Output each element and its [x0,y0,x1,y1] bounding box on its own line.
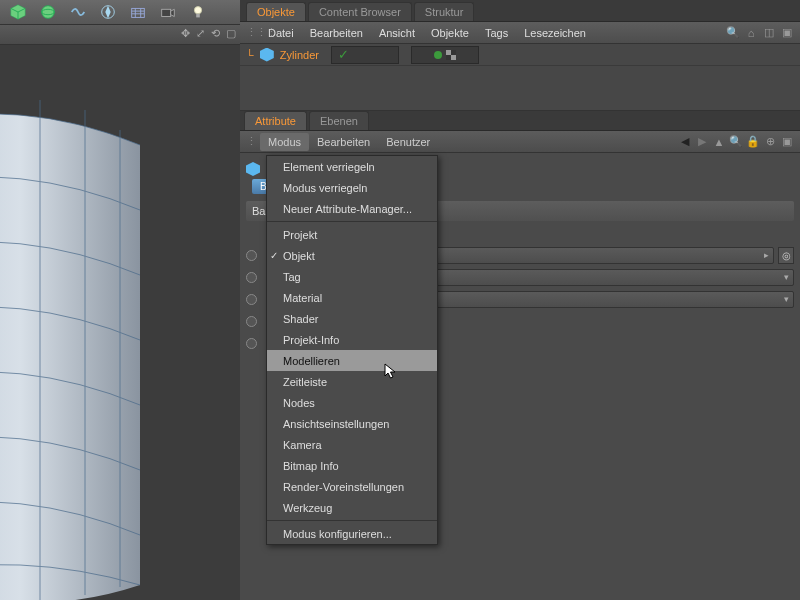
menu-modus[interactable]: Modus [260,133,309,151]
dropdown-field[interactable]: ▸ [435,247,774,264]
tab-ebenen[interactable]: Ebenen [309,111,369,130]
cylinder-mesh [0,85,160,600]
menu-bearbeiten-attr[interactable]: Bearbeiten [309,133,378,151]
view-icon[interactable]: ◫ [762,26,776,39]
dd-neuer-attribute-manager[interactable]: Neuer Attribute-Manager... [267,198,437,219]
dd-projekt[interactable]: Projekt [267,224,437,245]
objects-empty-area[interactable] [240,66,800,111]
dd-render-voreinstellungen[interactable]: Render-Voreinstellungen [267,476,437,497]
search-icon[interactable]: 🔍 [726,26,740,39]
viewport-rotate-icon[interactable]: ⟲ [211,27,220,40]
menu-datei[interactable]: Datei [260,24,302,42]
menu-bearbeiten[interactable]: Bearbeiten [302,24,371,42]
viewport[interactable]: ✥ ⤢ ⟲ ▢ [0,25,240,600]
expand-icon[interactable]: ▣ [780,135,794,148]
tab-struktur[interactable]: Struktur [414,2,475,21]
viewport-header: ✥ ⤢ ⟲ ▢ [0,25,240,45]
grip-icon[interactable]: ⋮⋮⋮ [246,135,260,148]
tab-content-browser[interactable]: Content Browser [308,2,412,21]
dd-werkzeug[interactable]: Werkzeug [267,497,437,518]
search-icon[interactable]: 🔍 [729,135,743,148]
dd-modus-konfigurieren[interactable]: Modus konfigurieren... [267,523,437,544]
home-icon[interactable]: ⌂ [744,27,758,39]
radio-icon[interactable] [246,250,257,261]
dd-kamera[interactable]: Kamera [267,434,437,455]
new-icon[interactable]: ⊕ [763,135,777,148]
dropdown-field[interactable]: ▾ [435,269,794,286]
dd-nodes[interactable]: Nodes [267,392,437,413]
viewport-nav-icon[interactable]: ✥ [181,27,190,40]
lock-icon[interactable]: 🔒 [746,135,760,148]
radio-icon[interactable] [246,338,257,349]
dd-ansichtseinstellungen[interactable]: Ansichtseinstellungen [267,413,437,434]
svg-rect-15 [196,14,200,18]
light-tool-icon[interactable] [184,1,212,23]
radio-icon[interactable] [246,316,257,327]
modus-dropdown: Element verriegeln Modus verriegeln Neue… [266,155,438,545]
dd-objekt[interactable]: ✓Objekt [267,245,437,266]
menu-ansicht[interactable]: Ansicht [371,24,423,42]
check-icon: ✓ [270,250,278,261]
object-type-icon [246,162,260,176]
radio-icon[interactable] [246,294,257,305]
cylinder-object-icon [260,48,274,62]
cube-tool-icon[interactable] [4,1,32,23]
generator-tool-icon[interactable] [94,1,122,23]
visibility-toggle-icon[interactable]: ✓ [338,47,349,62]
up-icon[interactable]: ▲ [712,136,726,148]
menu-lesezeichen[interactable]: Lesezeichen [516,24,594,42]
enable-dot-icon[interactable] [434,51,442,59]
deformer-tool-icon[interactable] [124,1,152,23]
svg-point-4 [42,6,55,19]
dd-bitmap-info[interactable]: Bitmap Info [267,455,437,476]
dd-modellieren[interactable]: Modellieren [267,350,437,371]
back-icon[interactable]: ◀ [678,135,692,148]
attribute-tabs: Attribute Ebenen [240,111,800,131]
dd-zeitleiste[interactable]: Zeitleiste [267,371,437,392]
dd-projekt-info[interactable]: Projekt-Info [267,329,437,350]
object-row-zylinder[interactable]: └ Zylinder ✓ [240,44,800,66]
dd-shader[interactable]: Shader [267,308,437,329]
dropdown-field[interactable]: ▾ [435,291,794,308]
primitive-toolbar [0,0,240,25]
picker-icon[interactable]: ◎ [778,247,794,264]
svg-marker-13 [171,9,175,16]
camera-tool-icon[interactable] [154,1,182,23]
menu-benutzer[interactable]: Benutzer [378,133,438,151]
objects-menu: ⋮⋮⋮ Datei Bearbeiten Ansicht Objekte Tag… [240,22,800,44]
svg-rect-12 [162,9,171,16]
viewport-zoom-icon[interactable]: ⤢ [196,27,205,40]
tab-attribute[interactable]: Attribute [244,111,307,130]
radio-icon[interactable] [246,272,257,283]
dd-tag[interactable]: Tag [267,266,437,287]
svg-point-14 [194,7,201,14]
spline-tool-icon[interactable] [64,1,92,23]
menu-tags[interactable]: Tags [477,24,516,42]
grip-icon[interactable]: ⋮⋮⋮ [246,26,260,39]
menu-objekte[interactable]: Objekte [423,24,477,42]
collapse-icon[interactable]: ▣ [780,26,794,39]
forward-icon[interactable]: ▶ [695,135,709,148]
objects-tabs: Objekte Content Browser Struktur [240,0,800,22]
sphere-tool-icon[interactable] [34,1,62,23]
attribute-menu: ⋮⋮⋮ Modus Bearbeiten Benutzer ◀ ▶ ▲ 🔍 🔒 … [240,131,800,153]
viewport-max-icon[interactable]: ▢ [226,27,236,40]
render-tag-icon[interactable] [446,50,456,60]
dd-modus-verriegeln[interactable]: Modus verriegeln [267,177,437,198]
object-name[interactable]: Zylinder [280,49,319,61]
svg-rect-7 [132,8,145,17]
dd-element-verriegeln[interactable]: Element verriegeln [267,156,437,177]
tab-objekte[interactable]: Objekte [246,2,306,21]
dd-material[interactable]: Material [267,287,437,308]
